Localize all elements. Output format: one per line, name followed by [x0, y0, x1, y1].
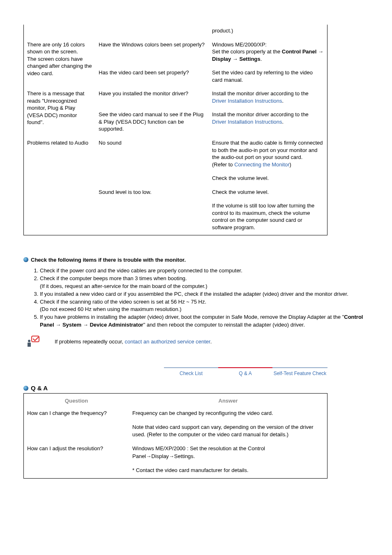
check-items-list: Check if the power cord and the video ca…: [40, 267, 369, 329]
qa-answer: Frequency can be changed by reconfigurin…: [129, 407, 327, 421]
qa-question: How can I change the frequency?: [24, 407, 129, 443]
note-icon: [25, 334, 41, 349]
list-item: If you installed a new video card or if …: [40, 290, 369, 298]
tab-qa[interactable]: Q & A: [218, 367, 272, 377]
qa-question: How can I adjust the resolution?: [24, 442, 129, 478]
troubleshoot-table: product.) There are only 16 colors shown…: [23, 25, 327, 235]
solution-cell: Check the volume level.: [209, 186, 327, 200]
qa-heading: Q & A: [23, 385, 369, 391]
bullet-icon: [23, 257, 28, 262]
section-tabs: Check List Q & A Self-Test Feature Check: [23, 367, 327, 377]
solution-cell: product.): [209, 25, 327, 39]
qa-answer: Note that video card support can vary, d…: [129, 421, 327, 442]
tab-check-list[interactable]: Check List: [164, 367, 218, 377]
check-items-heading: Check the following items if there is tr…: [23, 256, 369, 265]
svg-point-0: [28, 340, 30, 342]
solution-cell: Install the monitor driver according to …: [209, 88, 327, 108]
check-cell: No sound: [95, 137, 209, 186]
qa-header-answer: Answer: [129, 393, 327, 407]
qa-table: Question Answer How can I change the fre…: [23, 393, 327, 479]
problem-cell: There is a message that reads "Unrecogni…: [24, 88, 96, 137]
check-cell: Have you installed the monitor driver?: [95, 88, 209, 108]
solution-cell: Install the monitor driver according to …: [209, 108, 327, 137]
tab-self-test[interactable]: Self-Test Feature Check: [272, 367, 327, 377]
qa-header-question: Question: [24, 393, 129, 407]
solution-cell: Check the volume level.: [209, 172, 327, 186]
solution-cell: Set the video card by referring to the v…: [209, 67, 327, 88]
solution-cell: Windows ME/2000/XP: Set the colors prope…: [209, 39, 327, 67]
list-item: Check if the scanning ratio of the video…: [40, 298, 369, 313]
list-item: If you have problems in installing the a…: [40, 313, 369, 328]
qa-answer: * Contact the video card manufacturer fo…: [129, 464, 327, 479]
check-cell: Has the video card been set properly?: [95, 67, 209, 88]
solution-cell: Ensure that the audio cable is firmly co…: [209, 137, 327, 172]
problem-cell: Problems related to Audio: [24, 137, 96, 235]
list-item: Check if the power cord and the video ca…: [40, 267, 369, 274]
service-center-link[interactable]: contact an authorized service center: [125, 339, 210, 345]
driver-install-link[interactable]: Driver Installation Instructions: [212, 98, 282, 104]
problem-cell: There are only 16 colors shown on the sc…: [24, 39, 96, 88]
qa-answer: Windows ME/XP/2000 : Set the resolution …: [129, 442, 327, 464]
check-cell: Have the Windows colors been set properl…: [95, 39, 209, 67]
list-item: Check if the computer beeps more than 3 …: [40, 275, 369, 290]
solution-cell: If the volume is still too low after tur…: [209, 200, 327, 235]
bullet-icon: [23, 386, 28, 391]
repeat-note: If problems repeatedly occur, contact an…: [25, 334, 369, 349]
check-cell: See the video card manual to see if the …: [95, 108, 209, 137]
check-cell: Sound level is too low.: [95, 186, 209, 235]
connecting-monitor-link[interactable]: Connecting the Monitor: [234, 161, 289, 168]
note-text: If problems repeatedly occur, contact an…: [55, 339, 212, 345]
driver-install-link[interactable]: Driver Installation Instructions: [212, 119, 282, 125]
